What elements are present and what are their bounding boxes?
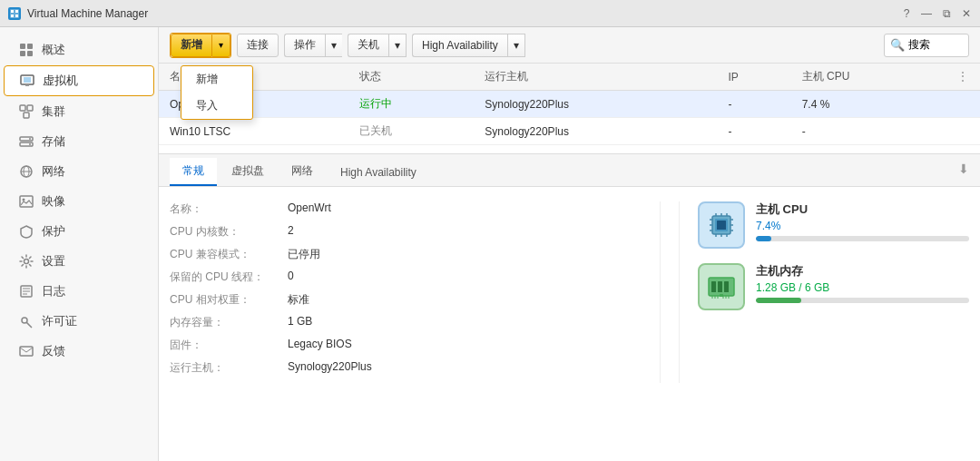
cpu-stat-icon — [698, 201, 745, 249]
tab-general[interactable]: 常规 — [170, 158, 217, 186]
svg-rect-32 — [20, 347, 33, 356]
minimize-button[interactable]: — — [920, 7, 933, 20]
action-button[interactable]: 操作 — [284, 34, 325, 57]
more-button[interactable]: ⋮ — [956, 69, 969, 83]
shutdown-arrow[interactable]: ▾ — [388, 34, 407, 57]
sidebar-label-cluster: 集群 — [42, 103, 65, 120]
search-icon: 🔍 — [890, 38, 905, 52]
help-button[interactable]: ? — [900, 7, 913, 20]
mem-stat-value: 1.28 GB / 6 GB — [756, 281, 969, 294]
sidebar-item-log[interactable]: 日志 — [4, 277, 154, 306]
main-layout: 概述 虚拟机 集群 存储 网络 — [0, 27, 980, 461]
new-dropdown-arrow[interactable]: ▾ — [212, 34, 230, 57]
license-icon — [18, 313, 34, 329]
sidebar: 概述 虚拟机 集群 存储 网络 — [0, 27, 159, 461]
cluster-icon — [18, 103, 34, 120]
svg-rect-50 — [718, 281, 722, 292]
col-cpu: 主机 CPU ⋮ — [791, 64, 980, 91]
overview-icon — [18, 42, 34, 58]
action-arrow[interactable]: ▾ — [325, 34, 342, 57]
label-memory: 内存容量： — [170, 315, 288, 330]
sidebar-label-image: 映像 — [42, 193, 65, 210]
sidebar-label-storage: 存储 — [42, 133, 65, 150]
col-host: 运行主机 — [474, 64, 717, 91]
sidebar-item-vm[interactable]: 虚拟机 — [4, 65, 154, 96]
ha-button[interactable]: High Availability — [412, 34, 507, 57]
vm-host: Synology220Plus — [474, 91, 717, 118]
sidebar-item-storage[interactable]: 存储 — [4, 127, 154, 156]
new-split-button: 新增 ▾ — [170, 33, 231, 58]
table-row[interactable]: Win10 LTSC 已关机 Synology220Plus - - — [159, 118, 980, 145]
sidebar-item-cluster[interactable]: 集群 — [4, 97, 154, 126]
cpu-progress-bar — [756, 236, 969, 241]
search-box: 🔍 — [884, 34, 969, 57]
connect-button[interactable]: 连接 — [237, 34, 279, 57]
svg-rect-51 — [724, 281, 729, 292]
ha-button-group: High Availability ▾ — [412, 34, 525, 57]
image-icon — [18, 193, 34, 210]
sidebar-item-feedback[interactable]: 反馈 — [4, 337, 154, 366]
sidebar-item-license[interactable]: 许可证 — [4, 307, 154, 336]
svg-rect-11 — [24, 77, 31, 83]
label-name: 名称： — [170, 201, 288, 217]
close-button[interactable]: ✕ — [960, 7, 973, 20]
svg-rect-15 — [24, 113, 29, 118]
label-cpu-cores: CPU 内核数： — [170, 224, 288, 240]
tab-ha[interactable]: High Availability — [328, 161, 429, 186]
cpu-stat-value: 7.4% — [756, 220, 969, 232]
dropdown-item-import[interactable]: 导入 — [181, 93, 252, 119]
tab-vdisk[interactable]: 虚拟盘 — [219, 158, 277, 186]
vm-ip: - — [717, 91, 790, 118]
svg-rect-49 — [711, 281, 716, 292]
protect-icon — [18, 223, 34, 240]
mem-stat-content: 主机内存 1.28 GB / 6 GB — [756, 263, 969, 303]
detail-row-cpu-weight: CPU 相对权重： 标准 — [170, 292, 642, 308]
sidebar-item-network[interactable]: 网络 — [4, 157, 154, 186]
log-icon — [18, 283, 34, 299]
sidebar-item-protect[interactable]: 保护 — [4, 217, 154, 246]
detail-row-name: 名称： OpenWrt — [170, 201, 642, 217]
shutdown-button-group: 关机 ▾ — [348, 34, 407, 57]
table-row[interactable]: OpenWrt 运行中 Synology220Plus - 7.4 % — [159, 91, 980, 118]
app-icon — [7, 6, 22, 21]
value-name: OpenWrt — [288, 201, 331, 217]
detail-panel: 常规 虚拟盘 网络 High Availability ⬇ 名称： OpenWr… — [159, 154, 980, 461]
svg-point-25 — [24, 260, 29, 264]
svg-line-31 — [26, 322, 32, 328]
vm-icon — [19, 73, 35, 89]
svg-rect-14 — [27, 105, 33, 111]
tab-network[interactable]: 网络 — [279, 158, 326, 186]
search-input[interactable] — [908, 39, 963, 52]
sidebar-item-image[interactable]: 映像 — [4, 187, 154, 216]
sidebar-label-log: 日志 — [42, 283, 65, 299]
sidebar-item-overview[interactable]: 概述 — [4, 35, 154, 64]
ha-arrow[interactable]: ▾ — [507, 34, 525, 57]
svg-rect-5 — [15, 15, 18, 17]
svg-rect-13 — [20, 105, 25, 111]
settings-icon — [18, 253, 34, 270]
vm-cpu: - — [791, 118, 980, 145]
mem-stat-title: 主机内存 — [756, 263, 969, 280]
ha-arrow-icon: ▾ — [514, 39, 519, 52]
detail-row-cpu-compat: CPU 兼容模式： 已停用 — [170, 247, 642, 262]
sidebar-label-license: 许可证 — [42, 313, 77, 329]
svg-point-18 — [29, 138, 31, 140]
dropdown-item-new[interactable]: 新增 — [181, 66, 252, 93]
detail-row-firmware: 固件： Legacy BIOS — [170, 338, 642, 353]
vm-table: 名称 状态 运行主机 IP 主机 CPU ⋮ OpenWrt 运行中 Synol… — [159, 64, 980, 154]
feedback-icon — [18, 343, 34, 359]
maximize-button[interactable]: ⧉ — [940, 7, 953, 20]
svg-rect-35 — [717, 221, 726, 230]
svg-rect-4 — [11, 15, 14, 17]
svg-point-19 — [29, 143, 31, 145]
content-area: 新增 ▾ 新增 导入 连接 操作 ▾ 关机 ▾ High Availabilit… — [159, 27, 980, 461]
new-button[interactable]: 新增 — [171, 34, 212, 57]
sidebar-label-overview: 概述 — [42, 42, 65, 58]
shutdown-button[interactable]: 关机 — [348, 34, 388, 57]
detail-info: 名称： OpenWrt CPU 内核数： 2 CPU 兼容模式： 已停用 保留的… — [170, 201, 642, 383]
collapse-button[interactable]: ⬇ — [958, 162, 969, 176]
cpu-stat-card: 主机 CPU 7.4% — [698, 201, 969, 249]
title-bar: Virtual Machine Manager ? — ⧉ ✕ — [0, 0, 980, 27]
sidebar-label-network: 网络 — [42, 163, 65, 180]
sidebar-item-settings[interactable]: 设置 — [4, 247, 154, 276]
